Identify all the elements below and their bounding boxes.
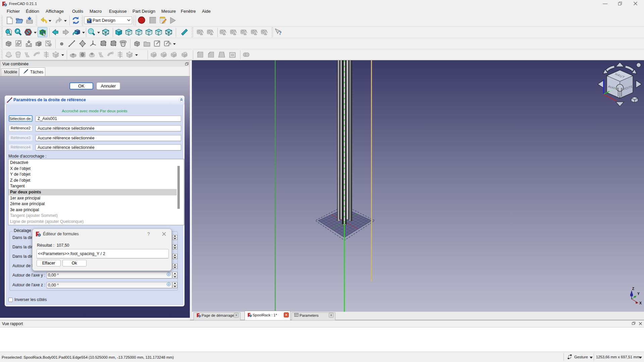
svg-text:?: ?	[279, 30, 282, 36]
svg-text:Y: Y	[637, 292, 640, 296]
svg-text:X: X	[639, 301, 642, 305]
svg-text:Z: Z	[632, 287, 635, 291]
